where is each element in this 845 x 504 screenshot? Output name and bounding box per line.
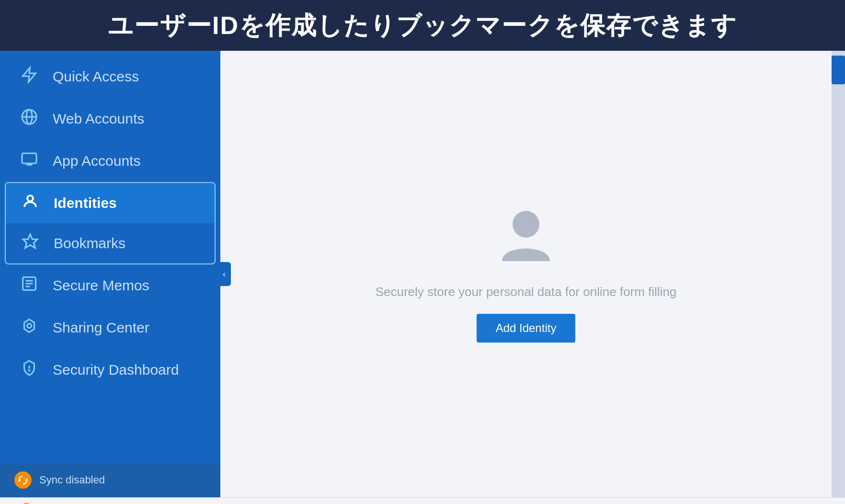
web-accounts-icon [19,108,39,129]
sidebar-item-app-accounts-label: App Accounts [53,153,140,169]
sidebar-item-security-dashboard[interactable]: Security Dashboard [0,349,220,391]
sidebar-item-bookmarks[interactable]: Bookmarks [6,223,215,263]
sidebar-item-web-accounts-label: Web Accounts [53,111,144,127]
sync-status-label: Sync disabled [39,474,105,486]
content-inner: Securely store your personal data for on… [376,206,677,343]
app-accounts-icon [19,150,39,172]
sidebar-item-secure-memos[interactable]: Secure Memos [0,264,220,307]
svg-point-17 [513,211,539,238]
content-description: Securely store your personal data for on… [376,285,677,299]
sidebar-item-secure-memos-label: Secure Memos [53,277,149,294]
app-container: Quick Access Web Accounts [0,51,845,497]
svg-point-16 [29,370,30,371]
security-dashboard-icon [19,359,39,380]
main-content: Securely store your personal data for on… [220,51,832,497]
sidebar-item-sharing-center-label: Sharing Center [53,320,149,336]
svg-rect-4 [22,153,36,163]
quick-access-icon [19,66,39,87]
active-group: Identities Bookmarks [5,182,216,264]
sidebar-item-web-accounts[interactable]: Web Accounts [0,98,220,140]
identities-icon [20,193,40,214]
banner: ユーザーIDを作成したりブックマークを保存できます [0,0,845,51]
sidebar-bottom: Sync disabled [0,463,220,497]
banner-text: ユーザーIDを作成したりブックマークを保存できます [108,11,737,39]
sidebar-item-bookmarks-label: Bookmarks [54,235,126,252]
svg-point-7 [27,195,33,201]
sidebar-item-identities-label: Identities [54,195,117,211]
secure-memos-icon [19,275,39,296]
add-identity-button[interactable]: Add Identity [477,314,576,343]
sidebar-item-app-accounts[interactable]: App Accounts [0,140,220,182]
svg-marker-8 [23,234,37,248]
sidebar-item-security-dashboard-label: Security Dashboard [53,362,179,378]
sidebar-item-sharing-center[interactable]: Sharing Center [0,307,220,349]
svg-point-14 [27,324,32,328]
svg-marker-0 [23,68,36,82]
scrollbar[interactable] [832,51,845,497]
sharing-center-icon [19,317,39,338]
svg-marker-13 [24,320,34,332]
sidebar: Quick Access Web Accounts [0,51,220,497]
sidebar-item-quick-access[interactable]: Quick Access [0,56,220,98]
bookmarks-icon [20,233,40,254]
scrollbar-thumb[interactable] [832,56,845,84]
person-illustration [497,206,555,270]
sidebar-item-quick-access-label: Quick Access [53,69,139,85]
sidebar-collapse-button[interactable]: ‹ [217,262,231,286]
status-bar: Sync disabled Sync is available only in … [0,497,845,504]
sidebar-item-identities[interactable]: Identities [6,183,215,223]
sync-icon [14,471,32,489]
